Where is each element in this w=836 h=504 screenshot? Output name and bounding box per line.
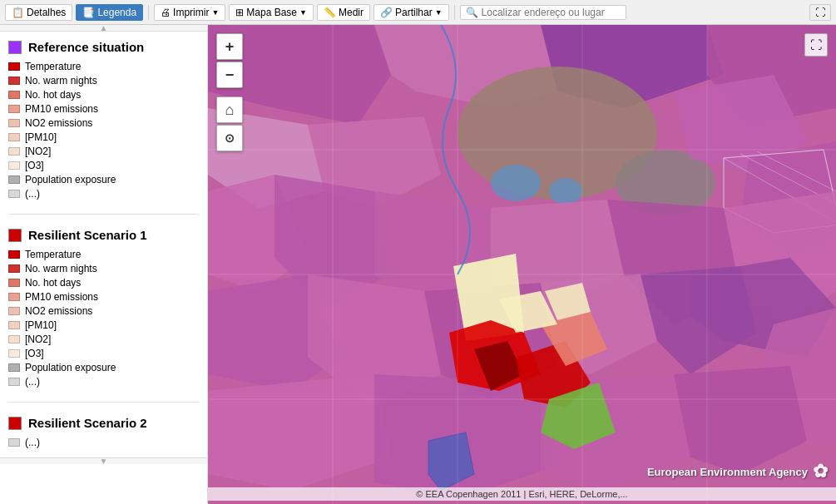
map-area[interactable]: + − ⌂ ⊙ ⛶ European Environment Agency ✿ [208, 25, 836, 504]
ref-item-more: (...) [8, 188, 199, 200]
share-button[interactable]: 🔗 Partilhar ▼ [373, 4, 449, 21]
ref-item-hot-days: No. hot days [8, 89, 199, 101]
s1-item-more: (...) [8, 376, 199, 388]
basemap-arrow: ▼ [299, 8, 307, 17]
ref-label-pm10: PM10 emissions [25, 103, 98, 115]
ref-item-o3: [O3] [8, 160, 199, 171]
measure-icon: 📏 [324, 7, 336, 18]
basemap-button[interactable]: ⊞ Mapa Base ▼ [229, 4, 314, 21]
map-background [208, 25, 836, 504]
ref-swatch-more [8, 190, 20, 198]
scen2-title: Resilient Scenario 2 [28, 416, 147, 430]
search-icon: 🔍 [466, 7, 478, 18]
zoom-in-button[interactable]: + [216, 33, 243, 60]
tab-detalhes[interactable]: 📋 Detalhes [5, 4, 72, 21]
s1-label-o3: [O3] [25, 348, 44, 359]
ctrl-gap [216, 90, 243, 95]
s1-label-warm-nights: No. warm nights [25, 263, 97, 274]
scen2-title-row: Resilient Scenario 2 [8, 416, 199, 430]
s1-label-no2c: [NO2] [25, 334, 51, 345]
ref-label-temperature: Temperature [25, 61, 81, 72]
search-box[interactable]: 🔍 [460, 5, 626, 20]
s1-swatch-warm-nights [8, 264, 20, 273]
measure-button[interactable]: 📏 Medir [317, 4, 370, 21]
s2-item-more: (...) [8, 437, 199, 448]
s1-swatch-more [8, 378, 20, 386]
locate-icon: ⊙ [225, 131, 235, 145]
scen1-title: Resilient Scenario 1 [28, 228, 147, 242]
detalhes-icon: 📋 [12, 7, 24, 18]
s1-item-hot-days: No. hot days [8, 277, 199, 289]
locate-button[interactable]: ⊙ [216, 125, 243, 151]
home-button[interactable]: ⌂ [216, 96, 243, 123]
s1-swatch-no2 [8, 307, 20, 315]
s1-label-popexp: Population exposure [25, 362, 116, 373]
ref-swatch-o3 [8, 161, 20, 170]
zoom-out-button[interactable]: − [216, 62, 243, 88]
svg-point-7 [491, 165, 541, 201]
print-arrow: ▼ [211, 8, 219, 17]
share-icon: 🔗 [380, 7, 393, 18]
eea-logo: ✿ [813, 461, 828, 482]
s1-swatch-hot-days [8, 279, 20, 287]
ref-item-popexp: Population exposure [8, 174, 199, 185]
s1-swatch-pm10c [8, 321, 20, 329]
ref-swatch-pm10 [8, 105, 20, 113]
ref-label-popexp: Population exposure [25, 174, 116, 185]
tab-legenda[interactable]: 📑 Legenda [76, 4, 143, 21]
zoom-in-icon: + [225, 38, 235, 56]
tab-legenda-label: Legenda [97, 7, 136, 18]
ref-swatch-no2 [8, 119, 20, 127]
home-icon: ⌂ [225, 101, 235, 119]
print-button[interactable]: 🖨 Imprimir ▼ [154, 4, 225, 21]
s1-item-no2c: [NO2] [8, 334, 199, 345]
zoom-out-icon: − [225, 67, 235, 84]
print-icon: 🖨 [161, 7, 171, 18]
ref-label-warm-nights: No. warm nights [25, 75, 97, 86]
separator-1 [148, 5, 149, 20]
ref-label-pm10c: [PM10] [25, 131, 57, 143]
ref-label-more: (...) [25, 188, 40, 200]
ref-swatch-pm10c [8, 133, 20, 141]
svg-point-8 [549, 178, 582, 205]
divider-1 [8, 214, 199, 215]
s1-item-pm10: PM10 emissions [8, 291, 199, 303]
s1-label-hot-days: No. hot days [25, 277, 81, 289]
legend-section-scen1: Resilient Scenario 1 Temperature No. war… [0, 220, 207, 397]
map-controls: + − ⌂ ⊙ [216, 33, 243, 151]
s1-swatch-popexp [8, 363, 20, 372]
s1-label-more: (...) [25, 376, 40, 388]
s2-label-more: (...) [25, 437, 40, 448]
ref-item-temperature: Temperature [8, 61, 199, 72]
s1-item-temperature: Temperature [8, 249, 199, 260]
legend-panel: ▲ Reference situation Temperature No. wa… [0, 25, 208, 504]
share-arrow: ▼ [435, 8, 443, 17]
s2-swatch-more [8, 438, 20, 447]
ref-swatch-temperature [8, 62, 20, 71]
ref-swatch-warm-nights [8, 77, 20, 85]
s1-label-no2: NO2 emissions [25, 305, 92, 317]
scen1-color [8, 229, 22, 242]
watermark-text: European Environment Agency [647, 466, 808, 478]
ref-swatch-hot-days [8, 91, 20, 99]
scen1-title-row: Resilient Scenario 1 [8, 228, 199, 242]
map-copyright: © EEA Copenhagen 2011 | Esri, HERE, DeLo… [208, 487, 836, 501]
ref-item-no2: NO2 emissions [8, 117, 199, 129]
s1-swatch-pm10 [8, 293, 20, 301]
search-input[interactable] [482, 7, 621, 18]
reference-title: Reference situation [28, 40, 144, 54]
expand-icon: ⛶ [815, 7, 825, 18]
map-expand-button[interactable]: ⛶ [804, 33, 828, 57]
scen2-color [8, 417, 22, 430]
s1-label-pm10c: [PM10] [25, 319, 57, 331]
map-expand-area: ⛶ [804, 33, 828, 57]
ref-item-pm10c: [PM10] [8, 131, 199, 143]
separator-2 [454, 5, 455, 20]
s1-swatch-no2c [8, 335, 20, 343]
divider-2 [8, 402, 199, 403]
s1-item-popexp: Population exposure [8, 362, 199, 373]
ref-label-o3: [O3] [25, 160, 44, 171]
ref-item-pm10: PM10 emissions [8, 103, 199, 115]
scroll-bottom: ▼ [0, 457, 207, 464]
expand-button[interactable]: ⛶ [809, 4, 831, 21]
